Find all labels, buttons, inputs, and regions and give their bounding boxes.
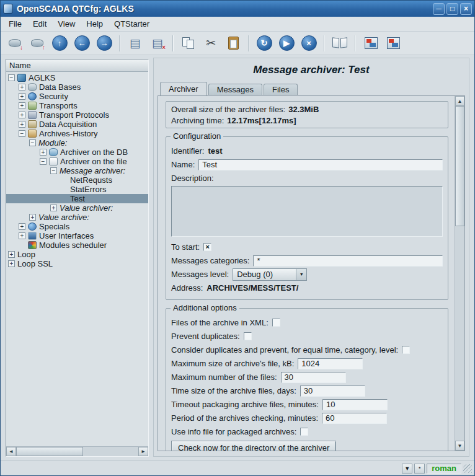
forward-button[interactable]: → (94, 34, 115, 53)
copy-item-button[interactable] (178, 34, 199, 53)
up-level-button[interactable]: ↑ (49, 34, 70, 53)
daq-icon (28, 120, 37, 128)
tree-header[interactable]: Name (6, 60, 148, 72)
tab-archiver[interactable]: Archiver (160, 82, 207, 95)
maximize-button[interactable]: □ (446, 3, 458, 15)
save-to-db-button[interactable]: ↑ (27, 34, 48, 53)
refresh-button[interactable]: ↻ (254, 34, 275, 53)
option-checkbox[interactable] (244, 332, 252, 340)
add-item-button[interactable]: ▤ (125, 34, 146, 53)
option-checkbox[interactable] (272, 319, 280, 327)
combo-marker-button[interactable]: ▼ (402, 464, 412, 474)
cut-item-button[interactable]: ✂ (200, 34, 221, 53)
name-input[interactable]: Test (198, 159, 443, 170)
description-textarea[interactable] (171, 186, 443, 237)
scroll-left-button[interactable]: ◄ (6, 447, 16, 456)
expand-toggle-icon[interactable]: + (29, 214, 36, 221)
tree-item-module[interactable]: −Module: (6, 138, 148, 148)
expand-toggle-icon[interactable]: + (50, 205, 57, 211)
check-directory-button[interactable]: Check now for the directory of the archi… (171, 441, 336, 451)
scroll-right-button[interactable]: ► (138, 447, 148, 456)
collapse-toggle-icon[interactable]: − (40, 158, 47, 165)
menu-item-qtstarter[interactable]: QTStarter (109, 18, 155, 30)
changes-indicator[interactable]: * (414, 464, 425, 474)
tree-item-user-interfaces[interactable]: +User Interfaces (6, 231, 148, 240)
expand-toggle-icon[interactable]: + (19, 102, 25, 109)
collapse-toggle-icon[interactable]: − (29, 139, 36, 146)
vision-config-button[interactable] (383, 34, 404, 53)
tree-item-message-archiver[interactable]: −Message archiver: (6, 166, 148, 175)
titlebar[interactable]: OpenSCADA QTCfg: AGLKS ─ □ × (1, 1, 474, 17)
resize-grip[interactable] (463, 464, 472, 473)
menu-item-help[interactable]: Help (81, 18, 109, 30)
archive-icon (28, 130, 37, 138)
scroll-track[interactable] (455, 106, 464, 441)
option-input[interactable]: 1024 (298, 358, 363, 369)
delete-item-button[interactable]: ▤× (147, 34, 168, 53)
tree-item-netrequsts[interactable]: NetRequsts (6, 175, 148, 185)
tree-item-transport-protocols[interactable]: +Transport Protocols (6, 110, 148, 120)
option-input[interactable]: 60 (322, 413, 387, 424)
menu-item-edit[interactable]: Edit (27, 18, 52, 30)
tree-item-archiver-on-the-db[interactable]: +Archiver on the DB (6, 148, 148, 157)
expand-toggle-icon[interactable]: + (8, 260, 15, 267)
close-button[interactable]: × (460, 3, 472, 15)
manual-button[interactable] (329, 34, 350, 53)
expand-toggle-icon[interactable]: + (19, 232, 25, 239)
collapse-toggle-icon[interactable]: − (50, 167, 57, 174)
scroll-track[interactable] (16, 447, 138, 456)
expand-toggle-icon[interactable]: + (19, 112, 25, 118)
option-input[interactable]: 30 (281, 372, 346, 383)
tree-horizontal-scrollbar[interactable]: ◄ ► (6, 446, 148, 456)
tree-item-data-acquisition[interactable]: +Data Acquisition (6, 120, 148, 129)
load-from-db-button[interactable]: ↓ (4, 34, 25, 53)
paste-item-button[interactable] (223, 34, 244, 53)
collapse-toggle-icon[interactable]: − (19, 130, 25, 137)
option-checkbox[interactable] (402, 346, 410, 354)
stop-button[interactable]: × (298, 34, 319, 53)
expand-toggle-icon[interactable]: + (8, 251, 15, 258)
expand-toggle-icon[interactable]: + (19, 84, 25, 90)
back-button[interactable]: ← (71, 34, 92, 53)
menu-item-file[interactable]: File (3, 18, 27, 30)
tree-item-loop-ssl[interactable]: +Loop SSL (6, 259, 148, 268)
tree-item-staterrors[interactable]: StatErrors (6, 185, 148, 194)
tree-item-specials[interactable]: +Specials (6, 222, 148, 231)
to-start-checkbox[interactable]: × (203, 243, 211, 251)
expand-toggle-icon[interactable]: + (19, 93, 25, 100)
tree-item-data-bases[interactable]: +Data Bases (6, 82, 148, 92)
option-input[interactable]: 30 (300, 386, 365, 397)
option-input[interactable]: 10 (322, 399, 388, 410)
tree-item-security[interactable]: +Security (6, 92, 148, 101)
start-button[interactable]: ▶ (276, 34, 297, 53)
archiver-tab-content: Overall size of the archiver files: 32.3… (158, 95, 465, 451)
tree-item-value-archiver[interactable]: +Value archiver: (6, 203, 148, 213)
tab-files[interactable]: Files (264, 84, 298, 95)
expand-toggle-icon[interactable]: + (19, 121, 25, 128)
tree-item-archiver-on-the-file[interactable]: −Archiver on the file (6, 157, 148, 166)
scroll-thumb[interactable] (455, 106, 464, 226)
tree-item-loop[interactable]: +Loop (6, 250, 148, 259)
messages-level-select[interactable]: Debug (0) ▼ (233, 268, 307, 281)
vertical-scrollbar[interactable]: ▲ ▼ (455, 96, 464, 451)
expand-toggle-icon[interactable]: + (19, 223, 25, 230)
expand-toggle-icon[interactable]: + (40, 149, 47, 156)
tree-item-value-archive[interactable]: +Value archive: (6, 213, 148, 222)
tree-item-aglks[interactable]: −AGLKS (6, 73, 148, 82)
tree-item-test[interactable]: Test (6, 194, 148, 203)
tree-item-modules-scheduler[interactable]: Modules scheduler (6, 240, 148, 250)
minimize-button[interactable]: ─ (433, 3, 445, 15)
tree-item-archives-history[interactable]: −Archives-History (6, 129, 148, 138)
menu-item-view[interactable]: View (52, 18, 81, 30)
qtcfg-config-button[interactable] (360, 34, 381, 53)
tree-item-label: Data Bases (39, 82, 81, 92)
messages-categories-input[interactable]: * (253, 255, 443, 267)
scroll-up-button[interactable]: ▲ (455, 96, 464, 106)
tree-item-transports[interactable]: +Transports (6, 101, 148, 110)
option-checkbox[interactable] (300, 428, 308, 436)
tab-messages[interactable]: Messages (208, 84, 262, 95)
user-label[interactable]: roman (427, 464, 461, 474)
scroll-thumb[interactable] (16, 447, 83, 456)
collapse-toggle-icon[interactable]: − (8, 74, 15, 81)
scroll-down-button[interactable]: ▼ (455, 441, 464, 451)
